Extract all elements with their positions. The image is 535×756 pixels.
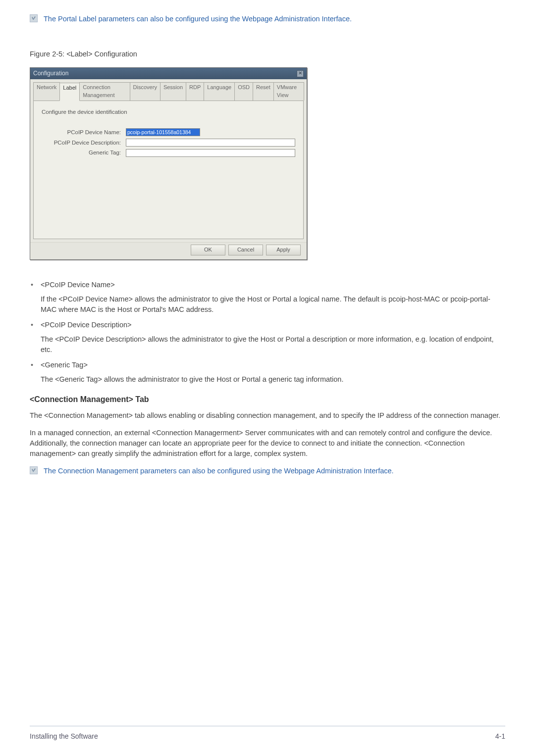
dialog-titlebar: Configuration ✕ xyxy=(30,68,307,79)
tab-connection-management[interactable]: Connection Management xyxy=(79,82,130,101)
tab-network[interactable]: Network xyxy=(33,82,60,101)
note-icon xyxy=(30,466,38,474)
bullet-title: <PCoIP Device Description> xyxy=(41,320,505,330)
paragraph-2: In a managed connection, an external <Co… xyxy=(30,428,505,459)
tab-session[interactable]: Session xyxy=(160,82,186,101)
row-device-name: PCoIP Device Name: pcoip-portal-101558a0… xyxy=(42,128,295,137)
dialog-body-header: Configure the device identification xyxy=(42,108,295,116)
list-item: • <Generic Tag> xyxy=(30,360,505,372)
tab-osd[interactable]: OSD xyxy=(234,82,253,101)
bullet-mark: • xyxy=(30,320,41,332)
close-icon[interactable]: ✕ xyxy=(297,70,304,77)
cancel-button[interactable]: Cancel xyxy=(228,245,263,255)
bullet-desc: The <PCoIP Device Description> allows th… xyxy=(30,334,505,355)
footer-right: 4-1 xyxy=(495,731,505,741)
tab-discovery[interactable]: Discovery xyxy=(130,82,160,101)
device-desc-input[interactable] xyxy=(126,139,295,147)
device-name-input[interactable]: pcoip-portal-101558a01384 xyxy=(126,128,200,136)
page-footer: Installing the Software 4-1 xyxy=(30,726,505,741)
figure-caption: Figure 2-5: <Label> Configuration xyxy=(30,49,505,59)
list-item: • <PCoIP Device Description> xyxy=(30,320,505,332)
row-device-desc: PCoIP Device Description: xyxy=(42,139,295,147)
dialog-tabs: Network Label Connection Management Disc… xyxy=(30,79,307,101)
config-dialog: Configuration ✕ Network Label Connection… xyxy=(30,67,307,260)
apply-button[interactable]: Apply xyxy=(266,245,301,255)
tab-language[interactable]: Language xyxy=(204,82,235,101)
tab-reset[interactable]: Reset xyxy=(253,82,274,101)
ok-button[interactable]: OK xyxy=(191,245,225,255)
generic-tag-input[interactable] xyxy=(126,149,295,157)
bullet-title: <PCoIP Device Name> xyxy=(41,280,505,290)
dialog-body: Configure the device identification PCoI… xyxy=(33,101,304,239)
footer-left: Installing the Software xyxy=(30,731,98,741)
bullet-title: <Generic Tag> xyxy=(41,360,505,370)
list-item: • <PCoIP Device Name> xyxy=(30,280,505,292)
generic-tag-label: Generic Tag: xyxy=(42,149,126,157)
bullet-desc: If the <PCoIP Device Name> allows the ad… xyxy=(30,294,505,315)
tab-rdp[interactable]: RDP xyxy=(186,82,204,101)
device-name-label: PCoIP Device Name: xyxy=(42,128,126,137)
bullet-list: • <PCoIP Device Name> If the <PCoIP Devi… xyxy=(30,280,505,385)
dialog-footer: OK Cancel Apply xyxy=(30,242,307,259)
bullet-desc: The <Generic Tag> allows the administrat… xyxy=(30,374,505,385)
tab-label[interactable]: Label xyxy=(59,83,80,101)
note-top: The Portal Label parameters can also be … xyxy=(30,14,505,24)
paragraph-1: The <Connection Management> tab allows e… xyxy=(30,410,505,421)
dialog-title: Configuration xyxy=(33,69,68,78)
note-bottom: The Connection Management parameters can… xyxy=(30,466,505,476)
device-desc-label: PCoIP Device Description: xyxy=(42,139,126,147)
note-bottom-text: The Connection Management parameters can… xyxy=(44,466,394,476)
tab-vmware-view[interactable]: VMware View xyxy=(273,82,304,101)
row-generic-tag: Generic Tag: xyxy=(42,149,295,157)
bullet-mark: • xyxy=(30,360,41,372)
section-heading: <Connection Management> Tab xyxy=(30,394,505,405)
note-icon xyxy=(30,14,38,22)
note-top-text: The Portal Label parameters can also be … xyxy=(44,14,352,24)
bullet-mark: • xyxy=(30,280,41,292)
